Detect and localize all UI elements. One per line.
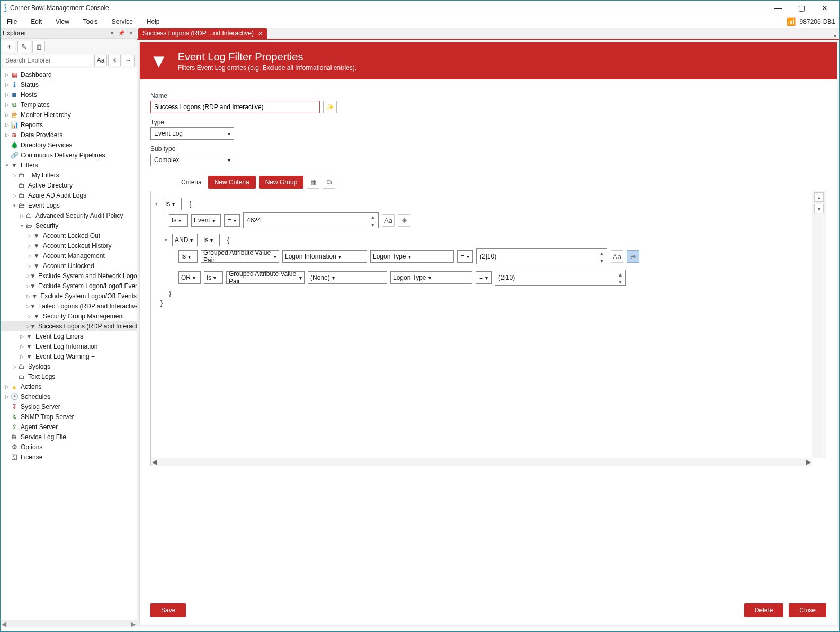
tree-expander-icon[interactable]: ▷ <box>19 334 25 339</box>
r4-attr-select[interactable]: Logon Type▾ <box>370 250 454 263</box>
tree-item[interactable]: ▷▼Exclude System Logon/Logoff Events <box>1 281 137 291</box>
r2-value-input[interactable]: 4624▴▾ <box>243 212 379 228</box>
tree-expander-icon[interactable]: ▷ <box>26 304 30 309</box>
tree-expander-icon[interactable]: ▷ <box>4 72 10 77</box>
r5-value-input[interactable]: (2|10)▴▾ <box>495 270 626 286</box>
name-input[interactable] <box>150 101 320 113</box>
explorer-delete-button[interactable]: 🗑 <box>32 41 45 52</box>
menu-edit[interactable]: Edit <box>29 17 44 26</box>
tree-item[interactable]: 🗎Service Log File <box>1 432 137 442</box>
menu-help[interactable]: Help <box>145 17 162 26</box>
tree-item[interactable]: ▷≋Data Providers <box>1 130 137 140</box>
tree-expander-icon[interactable]: ▷ <box>11 173 17 178</box>
r5-is-select[interactable]: Is▾ <box>204 271 223 284</box>
explorer-pin-icon[interactable]: 📌 <box>118 30 125 36</box>
criteria-h-scroll[interactable]: ◀ ▶ <box>151 458 812 466</box>
tree-item[interactable]: ▷▼Account Management <box>1 251 137 261</box>
tree-expander-icon[interactable]: ▷ <box>4 394 10 399</box>
scroll-left-icon[interactable]: ◀ <box>152 458 157 466</box>
tree-item[interactable]: ▾🗁Event Logs <box>1 200 137 210</box>
tree-item[interactable]: ↯SNMP Trap Server <box>1 412 137 422</box>
menu-view[interactable]: View <box>53 17 72 26</box>
tree-item[interactable]: ▷ℹStatus <box>1 79 137 90</box>
r5-or-select[interactable]: OR▾ <box>178 271 201 284</box>
tree-expander-icon[interactable]: ▷ <box>11 364 17 369</box>
tree-expander-icon[interactable]: ▷ <box>4 102 10 108</box>
r4-is-select[interactable]: Is▾ <box>178 250 198 263</box>
tree-expander-icon[interactable]: ▷ <box>4 112 10 118</box>
r2-regex-button[interactable]: ✳ <box>398 214 410 227</box>
tab-success-logons[interactable]: Success Logons (RDP ...nd Interactive) ✕ <box>138 28 267 39</box>
tree-item[interactable]: ▷품Monitor Hierarchy <box>1 110 137 120</box>
group2-and-select[interactable]: AND▾ <box>172 234 198 246</box>
r2-is-select[interactable]: Is▾ <box>169 214 188 227</box>
new-criteria-button[interactable]: New Criteria <box>208 176 256 189</box>
explorer-edit-button[interactable]: ✎ <box>17 41 30 52</box>
tree-item[interactable]: ▷▦Dashboard <box>1 69 137 79</box>
r5-field-select[interactable]: Grouped Attribute Value Pair▾ <box>226 271 305 284</box>
tree-item[interactable]: ▷▼Account Unlocked <box>1 261 137 271</box>
tree-item[interactable]: ▷▼Exclude System and Network Logons <box>1 271 137 281</box>
tabbar-overflow-icon[interactable]: ▾ <box>830 33 839 39</box>
criteria-canvas[interactable]: ▾ Is▾ { Is▾ Event▾ =▾ 4624▴▾ Aa ✳ <box>151 191 812 458</box>
tree-expander-icon[interactable]: ▷ <box>26 324 30 329</box>
r2-case-button[interactable]: Aa <box>382 214 395 227</box>
tree-expander-icon[interactable]: ▷ <box>4 122 10 128</box>
scroll-down-icon[interactable]: ▾ <box>814 204 824 213</box>
r4-group-select[interactable]: Logon Information▾ <box>282 250 367 263</box>
tree-expander-icon[interactable]: ▷ <box>4 92 10 97</box>
tab-close-icon[interactable]: ✕ <box>258 30 263 37</box>
delete-button[interactable]: Delete <box>744 603 784 617</box>
explorer-h-scrollbar[interactable]: ◀▶ <box>1 620 137 627</box>
tree-item[interactable]: ▷🗀Syslogs <box>1 361 137 371</box>
group1-expander-icon[interactable]: ▾ <box>153 201 159 207</box>
criteria-v-scroll[interactable]: ▴ ▾ <box>812 191 826 458</box>
scroll-up-icon[interactable]: ▴ <box>814 192 824 202</box>
close-button[interactable]: Close <box>789 603 826 617</box>
tree-expander-icon[interactable]: ▷ <box>26 293 31 299</box>
tree-item[interactable]: ▷▼Event Log Errors <box>1 331 137 341</box>
explorer-add-button[interactable]: ＋ <box>3 41 15 52</box>
tree-item[interactable]: ▷▼Success Logons (RDP and Interactive) <box>1 321 137 331</box>
r4-regex-button[interactable]: ✳ <box>627 250 639 263</box>
tree-item[interactable]: ▷▲Actions <box>1 381 137 391</box>
tree-item[interactable]: ⚙Options <box>1 442 137 452</box>
tree-expander-icon[interactable]: ▾ <box>4 163 10 168</box>
explorer-dropdown-icon[interactable]: ▾ <box>108 30 115 36</box>
tree-item[interactable]: ▷▼Event Log Information <box>1 341 137 351</box>
explorer-close-icon[interactable]: ✕ <box>127 30 135 36</box>
criteria-copy-button[interactable]: ⧉ <box>323 176 335 189</box>
tree-item[interactable]: ▷🕒Schedules <box>1 391 137 402</box>
tree-expander-icon[interactable]: ▷ <box>19 213 25 218</box>
tree-item[interactable]: ▷🗀_My Filters <box>1 170 137 180</box>
r4-op-select[interactable]: =▾ <box>457 250 473 263</box>
tree-item[interactable]: ▷▼Exclude System Logon/Off Events <box>1 291 137 301</box>
r2-field-select[interactable]: Event▾ <box>191 214 221 227</box>
new-group-button[interactable]: New Group <box>259 176 304 189</box>
criteria-delete-button[interactable]: 🗑 <box>307 176 319 189</box>
tree-item[interactable]: 🔗Continuous Delivery Pipelines <box>1 150 137 160</box>
r2-op-select[interactable]: =▾ <box>224 214 240 227</box>
tree-expander-icon[interactable]: ▷ <box>26 273 30 279</box>
r5-op-select[interactable]: =▾ <box>476 271 492 284</box>
save-button[interactable]: Save <box>150 603 186 617</box>
tree-expander-icon[interactable]: ▷ <box>26 263 32 269</box>
tree-item[interactable]: 🌲Directory Services <box>1 140 137 150</box>
tree-expander-icon[interactable]: ▾ <box>11 203 17 208</box>
r4-value-input[interactable]: (2|10)▴▾ <box>476 248 607 264</box>
tree-item[interactable]: ▷▼Account Locked Out <box>1 230 137 241</box>
group2-is-select[interactable]: Is▾ <box>201 234 220 246</box>
maximize-button[interactable]: ▢ <box>790 1 813 15</box>
tree-item[interactable]: ⇪Agent Server <box>1 422 137 432</box>
tree-item[interactable]: ▷🗀Advanced Security Audit Policy <box>1 210 137 220</box>
explorer-tree[interactable]: ▷▦Dashboard▷ℹStatus▷≣Hosts▷⧉Templates▷품M… <box>1 68 137 620</box>
tree-item[interactable]: ▷≣Hosts <box>1 90 137 100</box>
tree-expander-icon[interactable]: ▾ <box>19 223 25 228</box>
tree-item[interactable]: 🗀Text Logs <box>1 371 137 381</box>
tree-item[interactable]: ▾🗁Security <box>1 220 137 230</box>
tree-expander-icon[interactable]: ▷ <box>4 82 10 87</box>
magic-wand-button[interactable]: ✨ <box>323 101 337 113</box>
tree-item[interactable]: ▷⧉Templates <box>1 100 137 110</box>
r4-case-button[interactable]: Aa <box>611 250 623 263</box>
tree-item[interactable]: ▾▼Filters <box>1 160 137 170</box>
